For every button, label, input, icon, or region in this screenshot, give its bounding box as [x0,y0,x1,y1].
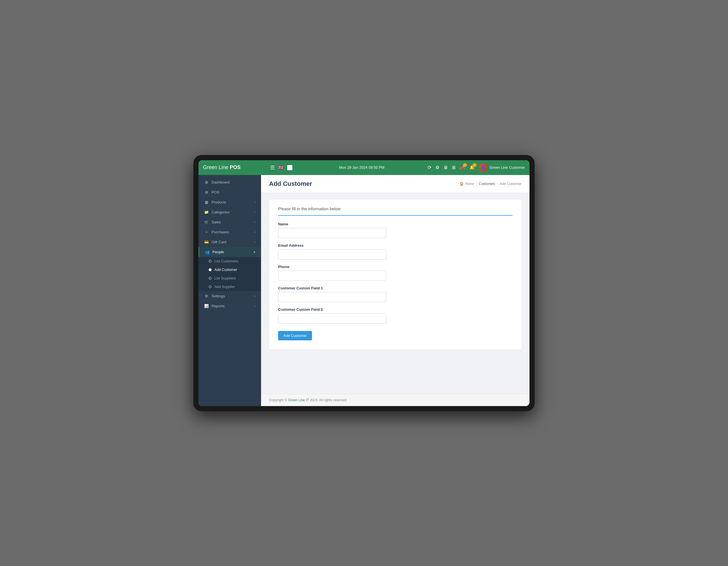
sidebar-label-purchases: Purchases [212,230,229,234]
home-icon: 🏠 [460,182,464,186]
sidebar-item-purchases[interactable]: + Purchases ‹ [198,227,261,237]
sidebar-sub-label-list-suppliers: List Suppliers [214,276,236,280]
products-icon: ▦ [204,200,209,204]
sidebar-label-products: Products [212,200,226,204]
grid-icon[interactable]: ⊞ [452,165,456,170]
sidebar-sub-label-add-customer: Add Customer [214,268,237,272]
custom2-group: Customer Custom Field 2 [278,307,512,324]
breadcrumb-customers[interactable]: Customers [479,182,495,186]
products-chevron: ‹ [255,201,255,204]
main-layout: ⊞ Dashboard ⊞ POS ▦ Products ‹ 📁 Categor… [198,175,530,406]
name-input[interactable] [278,228,386,238]
content-area: Add Customer 🏠 Home › Customers › Add Cu… [261,175,530,406]
reports-chevron: ‹ [255,305,255,308]
sales-icon: 🛒 [204,220,209,224]
form-card: Please fill in the information below Nam… [269,200,522,350]
datetime: Mon 29 Jan 2024 08:50 PM [296,165,428,170]
sidebar: ⊞ Dashboard ⊞ POS ▦ Products ‹ 📁 Categor… [198,175,261,406]
sidebar-label-dashboard: Dashboard [212,180,230,184]
sales-chevron: ‹ [255,220,255,224]
add-customer-circle [209,268,212,271]
custom1-group: Customer Custom Field 1 [278,286,512,302]
tablet-frame: Green Line POS ☰ 🇬🇧 Mon 29 Jan 2024 08:5… [193,155,535,411]
sidebar-label-giftcard: Gift Card [212,240,226,244]
breadcrumb-sep-2: › [497,182,498,186]
custom1-label: Customer Custom Field 1 [278,286,512,290]
purchases-icon: + [204,230,209,234]
sidebar-sub-list-customers[interactable]: List Customers [198,257,261,265]
breadcrumb-sep-1: › [476,182,477,186]
tablet-screen: Green Line POS ☰ 🇬🇧 Mon 29 Jan 2024 08:5… [198,160,530,406]
list-customers-circle [209,260,212,262]
footer-suffix: 2024. All rights reserved. [310,398,347,402]
sidebar-label-categories: Categories [212,210,229,214]
list-suppliers-circle [209,277,212,280]
custom2-label: Customer Custom Field 2 [278,307,512,312]
people-chevron: ∨ [253,250,255,253]
content-body: Please fill in the information below Nam… [261,193,530,394]
flag-icon[interactable]: 🇬🇧 [278,165,284,170]
phone-label: Phone [278,264,512,269]
square-icon[interactable] [287,165,292,170]
content-footer: Copyright © Green Line IT 2024. All righ… [261,394,530,406]
logo-area: Green Line POS [203,164,266,170]
sidebar-item-settings[interactable]: ⚙ Settings ‹ [198,291,261,301]
footer-link[interactable]: Green Line IT [288,398,309,402]
sidebar-item-giftcard[interactable]: 💳 Gift Card ‹ [198,237,261,247]
email-input[interactable] [278,249,386,259]
footer-text: Copyright © [269,398,288,402]
top-bar-center: ☰ 🇬🇧 Mon 29 Jan 2024 08:50 PM [266,164,428,171]
sidebar-item-categories[interactable]: 📁 Categories ‹ [198,207,261,217]
giftcard-icon: 💳 [204,240,209,244]
megaphone-icon[interactable]: 📣 1 [460,165,465,170]
bell-icon[interactable]: 🔔 1 [469,165,475,170]
sidebar-label-sales: Sales [212,220,221,224]
sidebar-label-pos: POS [212,190,219,194]
sidebar-item-sales[interactable]: 🛒 Sales ‹ [198,217,261,227]
hamburger-icon[interactable]: ☰ [270,164,275,171]
avatar-image: 👤 [479,163,487,172]
breadcrumb-current: Add Customer [500,182,522,186]
avatar: 👤 [479,163,487,172]
sidebar-item-dashboard[interactable]: ⊞ Dashboard [198,177,261,187]
giftcard-chevron: ‹ [255,240,255,243]
people-submenu: List Customers Add Customer List Supplie… [198,257,261,291]
pos-icon: ⊞ [204,190,209,194]
add-supplier-circle [209,286,212,288]
sidebar-sub-list-suppliers[interactable]: List Suppliers [198,274,261,282]
custom1-input[interactable] [278,292,386,302]
name-label: Name [278,222,512,226]
sidebar-label-people: People [212,250,224,254]
custom2-input[interactable] [278,313,386,324]
monitor-icon[interactable]: 🖥 [443,165,448,170]
email-group: Email Address [278,243,512,259]
megaphone-badge: 1 [463,163,467,167]
sidebar-sub-label-list-customers: List Customers [214,259,238,263]
categories-icon: 📁 [204,210,209,214]
purchases-chevron: ‹ [255,230,255,233]
phone-input[interactable] [278,270,386,281]
sidebar-item-reports[interactable]: 📊 Reports ‹ [198,301,261,311]
users-icon[interactable]: ⚙ [435,165,439,170]
reports-icon: 📊 [204,304,209,308]
email-label: Email Address [278,243,512,247]
sidebar-sub-add-customer[interactable]: Add Customer [198,265,261,274]
sidebar-label-settings: Settings [212,294,225,298]
top-bar: Green Line POS ☰ 🇬🇧 Mon 29 Jan 2024 08:5… [198,160,530,175]
people-icon: 👥 [205,250,210,254]
settings-chevron: ‹ [255,295,255,298]
top-bar-icons: ⟳ ⚙ 🖥 ⊞ 📣 1 🔔 1 👤 Green Line Customer [428,163,525,172]
sidebar-item-people[interactable]: 👥 People ∨ [198,247,261,257]
sidebar-item-products[interactable]: ▦ Products ‹ [198,197,261,207]
sync-icon[interactable]: ⟳ [428,165,431,170]
settings-icon: ⚙ [204,294,209,298]
sidebar-sub-add-supplier[interactable]: Add Supplier [198,282,261,291]
sidebar-item-pos[interactable]: ⊞ POS [198,187,261,197]
breadcrumb-home: 🏠 Home [460,182,474,186]
sidebar-sub-label-add-supplier: Add Supplier [214,285,235,289]
add-customer-button[interactable]: Add Customer [278,331,312,340]
user-area[interactable]: 👤 Green Line Customer [479,163,525,172]
breadcrumb-home-label: Home [465,182,474,186]
breadcrumb: 🏠 Home › Customers › Add Customer [460,182,522,186]
name-group: Name [278,222,512,238]
